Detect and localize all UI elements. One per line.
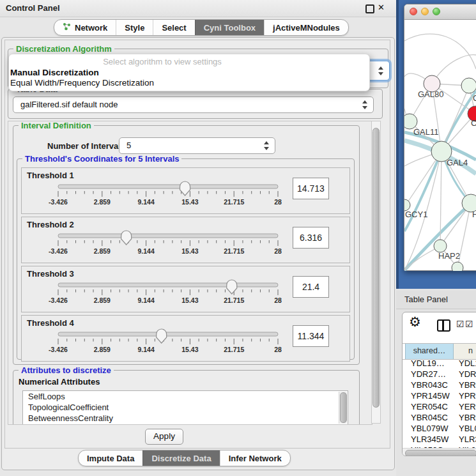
tab-impute-data[interactable]: Impute Data <box>79 450 142 466</box>
network-canvas[interactable]: GAL80GACGAL11GAL4GCY1HHAP2 <box>404 19 476 271</box>
svg-text:21.715: 21.715 <box>224 346 244 353</box>
attribute-items: SelfLoopsTopologicalCoefficientBetweenne… <box>23 391 348 424</box>
threshold-panel: Threshold 3-3.4262.8599.14415.4321.71528… <box>21 266 350 312</box>
algorithm-dropdown-popup: Select algorithm to view settings Manual… <box>8 54 370 91</box>
gear-icon[interactable]: ⚙ <box>409 314 421 330</box>
stepper-icon[interactable] <box>362 100 368 109</box>
tab-style[interactable]: Style <box>116 20 153 35</box>
tab-discretize-data[interactable]: Discretize Data <box>142 450 219 466</box>
tab-infer-network[interactable]: Infer Network <box>220 450 290 466</box>
apply-button[interactable]: Apply <box>145 429 183 445</box>
svg-text:9.144: 9.144 <box>137 247 154 255</box>
tab-cyni-toolbox[interactable]: Cyni Toolbox <box>195 20 264 35</box>
threshold-value-field[interactable]: 14.713 <box>293 178 329 199</box>
table-row[interactable]: YBR043CYBR0 <box>403 380 476 391</box>
cell-shared-name: YBR045C <box>405 413 454 424</box>
network-node-label: GA <box>473 93 476 103</box>
table-horizontal-scrollbar[interactable] <box>403 448 476 456</box>
tab-jactivemnodules[interactable]: jActiveMNodules <box>264 20 348 35</box>
settings-scrollbar[interactable] <box>371 121 381 424</box>
stepper-icon[interactable] <box>264 141 270 150</box>
threshold-label: Threshold 1 <box>27 171 74 180</box>
attribute-item[interactable]: SelfLoops <box>23 391 348 402</box>
threshold-slider[interactable]: -3.4262.8599.14415.4321.71528 <box>47 181 290 209</box>
table-row[interactable]: YBL079WYBL0 <box>403 424 476 434</box>
checkbox-icon[interactable]: ☑ <box>456 319 464 329</box>
threshold-slider[interactable]: -3.4262.8599.14415.4321.71528 <box>47 230 290 258</box>
scrollbar-thumb[interactable] <box>405 450 476 456</box>
threshold-slider[interactable]: -3.4262.8599.14415.4321.71528 <box>47 279 290 307</box>
attribute-item[interactable]: BetweennessCentrality <box>23 413 348 424</box>
cell-name: YDR2 <box>454 369 476 380</box>
table-row[interactable]: YLR345WYLR3 <box>403 434 476 445</box>
attribute-item[interactable]: TopologicalCoefficient <box>23 402 348 413</box>
threshold-label: Threshold 3 <box>27 269 74 279</box>
table-row[interactable]: YPR145WYPR1 <box>403 391 476 402</box>
group-title: Interval Definition <box>19 121 94 130</box>
close-icon[interactable]: ✕ <box>378 3 385 12</box>
tab-network[interactable]: Network <box>54 20 116 35</box>
threshold-value-field[interactable]: 6.316 <box>293 227 329 249</box>
threshold-label: Threshold 4 <box>27 318 74 328</box>
float-window-icon[interactable] <box>365 4 374 13</box>
number-of-intervals-combobox[interactable]: 5 <box>119 137 275 154</box>
numerical-attributes-label: Numerical Attributes <box>19 377 100 387</box>
threshold-panel: Threshold 2-3.4262.8599.14415.4321.71528… <box>21 217 350 263</box>
split-view-icon[interactable] <box>437 319 450 332</box>
tab-label: Cyni Toolbox <box>204 23 256 33</box>
svg-text:15.43: 15.43 <box>181 346 198 353</box>
table-row[interactable]: YDL19…YDL1 <box>403 358 476 369</box>
number-of-intervals-value: 5 <box>127 141 131 150</box>
network-node[interactable] <box>434 240 447 252</box>
scrollbar-thumb[interactable] <box>372 128 380 408</box>
network-node[interactable] <box>461 78 476 93</box>
column-header-name[interactable]: n <box>454 344 476 359</box>
checkbox-icon[interactable]: ☑ <box>465 319 473 329</box>
cell-name: YPR1 <box>454 391 476 402</box>
threshold-label: Threshold 2 <box>27 220 74 229</box>
zoom-traffic-light[interactable] <box>433 8 440 15</box>
minimize-traffic-light[interactable] <box>421 8 429 15</box>
group-title: Discretization Algorithm <box>13 44 114 54</box>
table-header-row: shared… n <box>403 343 476 360</box>
tab-label: Discretize Data <box>151 454 211 463</box>
threshold-slider[interactable]: -3.4262.8599.14415.4321.71528 <box>47 328 290 357</box>
tab-select[interactable]: Select <box>153 20 194 35</box>
slider-thumb <box>227 280 237 294</box>
threshold-coordinates-group: Threshold's Coordinates for 5 Intervals … <box>17 158 355 360</box>
table-body[interactable]: YDL19…YDL1YDR27…YDR2YBR043CYBR0YPR145WYP… <box>403 358 476 449</box>
column-header-shared-name[interactable]: shared… <box>405 344 454 359</box>
cell-shared-name: YBR043C <box>405 380 454 391</box>
cell-name: YLR3 <box>454 434 476 445</box>
tab-label: jActiveMNodules <box>273 23 340 33</box>
svg-text:-3.426: -3.426 <box>49 247 68 255</box>
network-node-label: GAL4 <box>447 158 468 167</box>
numerical-attributes-list[interactable]: SelfLoopsTopologicalCoefficientBetweenne… <box>22 390 348 425</box>
dropdown-option-manual[interactable]: Manual Discretization <box>10 68 99 77</box>
stepper-icon[interactable] <box>378 66 384 75</box>
svg-text:-3.426: -3.426 <box>49 296 68 304</box>
table-row[interactable]: YER054CYER0 <box>403 402 476 413</box>
scrollbar-thumb[interactable] <box>340 392 347 423</box>
tab-label: Impute Data <box>87 454 134 463</box>
threshold-value-field[interactable]: 21.4 <box>293 276 329 298</box>
table-row[interactable]: YDR27…YDR2 <box>403 369 476 380</box>
svg-text:2.859: 2.859 <box>94 247 111 255</box>
list-scrollbar[interactable] <box>339 392 347 424</box>
tab-label: Style <box>125 23 144 33</box>
table-data-combobox[interactable]: galFiltered.sif default node <box>13 96 374 113</box>
cell-shared-name: YPR145W <box>405 391 454 402</box>
dropdown-option-equal-width[interactable]: Equal Width/Frequency Discretization <box>10 78 154 88</box>
network-node[interactable] <box>452 262 463 271</box>
threshold-value-field[interactable]: 11.344 <box>293 325 329 347</box>
close-traffic-light[interactable] <box>410 8 417 15</box>
svg-text:9.144: 9.144 <box>137 296 154 304</box>
network-window-titlebar <box>404 4 476 20</box>
table-row[interactable]: YBR045CYBR0 <box>403 413 476 424</box>
cell-shared-name: YER054C <box>405 402 454 413</box>
network-node-label: H <box>472 210 476 219</box>
network-node-label: GCY1 <box>405 210 427 219</box>
network-node-label: GAL80 <box>418 89 443 99</box>
cell-shared-name: YDL19… <box>405 358 454 369</box>
table-panel-title: Table Panel <box>404 295 448 304</box>
